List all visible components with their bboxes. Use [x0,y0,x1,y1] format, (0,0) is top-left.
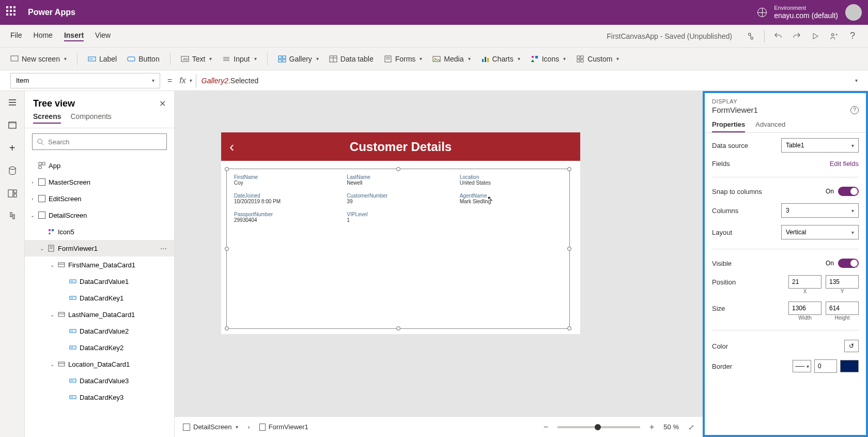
resize-handle[interactable] [567,326,571,330]
tree-item-masterscreen[interactable]: › MasterScreen [25,174,174,190]
user-avatar[interactable] [845,4,862,21]
advanced-tools-icon[interactable] [7,211,18,221]
tree-item-lastname-card[interactable]: ⌄ LastName_DataCard1 [25,306,174,323]
menu-view[interactable]: View [95,31,111,41]
tree-item-app[interactable]: App [25,157,174,174]
app-checker-icon[interactable] [746,31,756,41]
tree-item-datacardkey1[interactable]: DataCardKey1 [25,290,174,306]
tree-item-datacardkey2[interactable]: DataCardKey2 [25,339,174,356]
data-source-select[interactable]: Table1▾ [781,138,859,153]
tree-item-location-card[interactable]: ⌄ Location_DataCard1 [25,356,174,372]
form-viewer-selection[interactable]: FirstNameCoyLastNameNewellLocationUnited… [226,169,570,329]
label-button[interactable]: Label [88,55,117,63]
redo-icon[interactable] [792,31,802,41]
detail-screen-surface[interactable]: ‹ Customer Details FirstNameCoyLastNameN… [221,132,580,334]
new-screen-button[interactable]: New screen▾ [10,55,67,63]
breadcrumb-control[interactable]: FormViewer1 [259,423,308,431]
zoom-slider[interactable] [557,426,640,428]
button-button[interactable]: Button [127,55,159,63]
resize-handle[interactable] [567,247,571,251]
tab-screens[interactable]: Screens [33,112,61,124]
play-icon[interactable] [810,31,820,41]
columns-select[interactable]: 3▾ [781,203,859,218]
media-dropdown[interactable]: Media▾ [432,55,470,63]
tree-view-icon[interactable] [7,120,18,130]
search-input[interactable] [48,138,162,146]
tree-item-firstname-card[interactable]: ⌄ FirstName_DataCard1 [25,257,174,273]
height-input[interactable] [826,302,859,315]
menu-home[interactable]: Home [34,31,53,41]
charts-dropdown[interactable]: Charts▾ [481,55,520,63]
tree-item-datacardvalue1[interactable]: DataCardValue1 [25,273,174,290]
info-icon[interactable]: ? [850,106,859,114]
formula-expand-icon[interactable]: ▾ [855,78,858,83]
environment-picker[interactable]: Environment enayu.com (default) [774,5,838,20]
text-label: Text [192,55,206,63]
share-icon[interactable] [829,31,839,41]
menu-file[interactable]: File [10,31,22,41]
tab-properties[interactable]: Properties [712,120,745,132]
breadcrumb-screen[interactable]: DetailScreen ▾ [183,423,238,431]
tree-item-icon5[interactable]: Icon5 [25,223,174,240]
form-field[interactable]: VIPLevel1 [347,212,449,226]
menu-insert[interactable]: Insert [64,31,84,41]
tree-item-detailscreen[interactable]: ⌄ DetailScreen [25,207,174,223]
form-field[interactable]: LastNameNewell [347,174,449,189]
zoom-in-button[interactable]: + [649,423,654,432]
form-field[interactable]: FirstNameCoy [234,174,336,189]
undo-icon[interactable] [773,31,783,41]
tree-search[interactable] [32,133,167,150]
tab-components[interactable]: Components [70,112,111,124]
formula-input[interactable]: Gallery2.Selected [202,77,850,85]
app-launcher-icon[interactable] [6,6,19,19]
tab-advanced[interactable]: Advanced [755,120,785,132]
back-arrow-icon[interactable]: ‹ [229,139,234,155]
fit-to-window-icon[interactable]: ⤢ [688,423,694,431]
position-x-input[interactable] [788,275,822,289]
property-selector[interactable]: Item ▾ [10,73,160,88]
form-field[interactable]: DateJoined10/20/2019 8:00 PM [234,193,336,207]
data-table-button[interactable]: Data table [329,55,374,63]
more-icon[interactable]: ⋯ [160,245,168,252]
resize-handle[interactable] [225,167,229,171]
tree-item-datacardvalue2[interactable]: DataCardValue2 [25,323,174,339]
forms-dropdown[interactable]: Forms▾ [384,55,423,63]
input-dropdown[interactable]: Input▾ [222,55,256,63]
zoom-out-button[interactable]: − [544,423,548,432]
form-field[interactable]: LocationUnited States [460,174,562,189]
custom-dropdown[interactable]: Custom▾ [576,55,619,63]
form-field[interactable]: AgentNameMark Siedling [460,193,562,207]
fx-icon[interactable]: fx▾ [179,76,191,85]
color-reset-button[interactable]: ↺ [844,340,859,352]
position-y-input[interactable] [826,275,859,289]
add-icon[interactable]: + [7,143,18,153]
media-panel-icon[interactable] [7,188,18,199]
border-color-swatch[interactable] [840,360,859,372]
tree-item-formviewer1[interactable]: ⌄ FormViewer1 ⋯ [25,240,174,257]
resize-handle[interactable] [225,326,229,330]
width-input[interactable] [788,302,822,315]
snap-toggle[interactable] [838,187,859,196]
icons-dropdown[interactable]: Icons▾ [531,55,566,63]
gallery-dropdown[interactable]: Gallery▾ [278,55,319,63]
help-icon[interactable]: ? [847,31,858,41]
tree-item-datacardkey3[interactable]: DataCardKey3 [25,389,174,405]
resize-handle[interactable] [396,167,400,171]
resize-handle[interactable] [396,326,400,330]
design-canvas[interactable]: ‹ Customer Details FirstNameCoyLastNameN… [175,91,703,437]
border-width-input[interactable] [814,359,837,373]
text-dropdown[interactable]: Ab Text▾ [181,55,212,63]
tree-item-datacardvalue3[interactable]: DataCardValue3 [25,372,174,389]
tree-item-editscreen[interactable]: › EditScreen [25,190,174,207]
form-field[interactable]: CustomerNumber39 [347,193,449,207]
border-style-select[interactable]: ▾ [793,360,811,372]
data-icon[interactable] [7,165,18,176]
resize-handle[interactable] [225,247,229,251]
resize-handle[interactable] [567,167,571,171]
form-field[interactable]: PassportNumber29930404 [234,212,336,226]
close-icon[interactable]: ✕ [159,99,166,109]
hamburger-icon[interactable] [7,97,18,108]
layout-select[interactable]: Vertical▾ [781,225,859,239]
visible-toggle[interactable] [838,259,859,268]
edit-fields-link[interactable]: Edit fields [830,160,859,168]
